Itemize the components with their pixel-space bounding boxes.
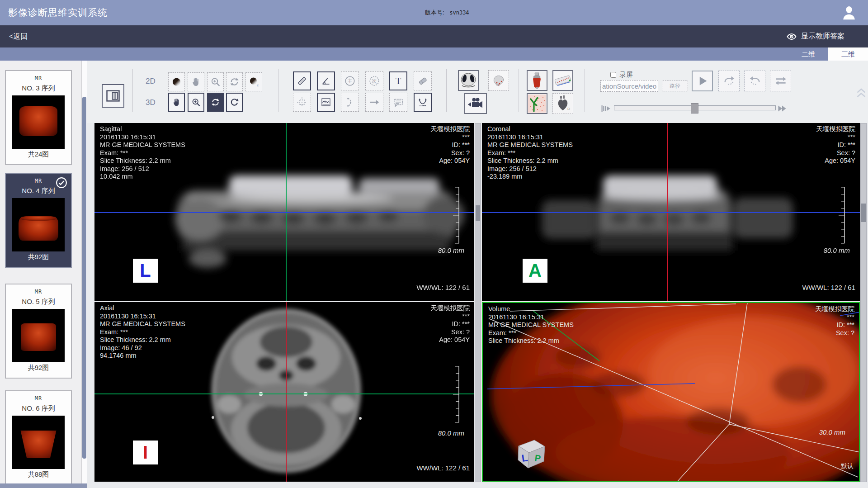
- orientation-cube[interactable]: L P: [511, 436, 548, 473]
- rotate-2d-button[interactable]: [226, 72, 243, 91]
- meta-line: MR GE MEDICAL SYSTEMS: [487, 141, 573, 149]
- axial-meta-left: Axial 20161130 16:15:31 MR GE MEDICAL SY…: [100, 304, 185, 360]
- loop-forward-button[interactable]: [718, 71, 740, 91]
- crosshair-horizontal-green[interactable]: [94, 393, 474, 394]
- secondary-mark-icon: 次: [368, 75, 380, 87]
- volume-viewport[interactable]: Volume 20161130 16:15:31 MR GE MEDICAL S…: [482, 302, 860, 482]
- histogram-button[interactable]: [317, 93, 335, 112]
- loop-backward-icon: [748, 74, 762, 88]
- lung-preset-button[interactable]: [458, 70, 479, 91]
- series-name: NO. 3 序列: [6, 84, 71, 93]
- ruler-button[interactable]: [293, 71, 311, 90]
- meta-line: 10.042 mm: [100, 173, 185, 181]
- wl-2d-button[interactable]: [168, 72, 185, 91]
- record-path-input[interactable]: [600, 80, 658, 92]
- heart-icon: D: [554, 95, 572, 113]
- angle-button[interactable]: [317, 71, 335, 90]
- slice-scrollbar-right[interactable]: [860, 123, 867, 482]
- coronal-meta-left: Coronal 20161130 16:15:31 MR GE MEDICAL …: [487, 125, 573, 181]
- tab-2d[interactable]: 二维: [788, 47, 828, 61]
- vessel-preset-button[interactable]: [552, 70, 573, 91]
- slice-scrollbar-middle[interactable]: [475, 123, 481, 482]
- coronal-viewport[interactable]: Coronal 20161130 16:15:31 MR GE MEDICAL …: [482, 123, 860, 301]
- swap-icon: [774, 74, 788, 88]
- crosshair-horizontal-blue[interactable]: [94, 212, 474, 213]
- sidebar-scrollbar-thumb[interactable]: [82, 97, 86, 459]
- swap-direction-button[interactable]: [770, 71, 791, 91]
- path-button[interactable]: 路径: [662, 81, 688, 91]
- play-button[interactable]: [692, 71, 713, 91]
- meta-line: Exam: ***: [488, 329, 574, 337]
- version-value: svn334: [449, 9, 469, 16]
- text-char: T: [396, 76, 401, 86]
- user-icon[interactable]: [841, 5, 857, 22]
- wl-reset-2d-button[interactable]: c: [245, 72, 262, 91]
- pan-2d-button[interactable]: [188, 72, 204, 91]
- secondary-mark-button[interactable]: 次: [365, 71, 383, 90]
- vessel-icon: [554, 71, 572, 90]
- loop-backward-button[interactable]: [744, 71, 765, 91]
- heart-preset-button[interactable]: D: [552, 93, 573, 114]
- meta-line: ***: [430, 133, 470, 142]
- rotate-reset-3d-button[interactable]: [226, 93, 243, 112]
- series-card-5[interactable]: MR NO. 5 序列 共92图: [5, 284, 72, 379]
- zoom-3d-button[interactable]: [188, 93, 204, 112]
- comment-button[interactable]: [389, 93, 407, 112]
- slider-end-icon[interactable]: [777, 103, 788, 114]
- coronal-meta-right: 天堰模拟医院 *** ID: *** Sex: ? Age: 054Y: [816, 125, 855, 165]
- svg-text:D: D: [567, 107, 570, 111]
- show-teacher-answer-button[interactable]: 显示教师答案: [786, 25, 844, 47]
- meta-line: -23.189 mm: [487, 173, 573, 181]
- layout-icon: [105, 88, 121, 104]
- meta-line: 天堰模拟医院: [816, 125, 855, 133]
- sidebar-horizontal-scrollbar[interactable]: [0, 483, 87, 488]
- meta-line: 94.1746 mm: [100, 352, 185, 360]
- curve-button[interactable]: [341, 93, 359, 112]
- skull-preset-button[interactable]: [488, 70, 509, 91]
- rotate-reset-icon: [230, 96, 239, 108]
- curve-ruler-button[interactable]: [414, 93, 432, 112]
- collapse-toolbar-icon[interactable]: [856, 86, 867, 99]
- app-header: 影像诊断思维实训系统 版本号: svn334: [0, 0, 868, 25]
- sagittal-meta-right: 天堰模拟医院 *** ID: *** Sex: ? Age: 054Y: [430, 125, 470, 165]
- meta-line: Sex: ?: [430, 149, 470, 157]
- series-card-4-selected[interactable]: MR NO. 4 序列 共92图: [5, 173, 72, 268]
- volume-default-label[interactable]: 默认: [841, 462, 854, 470]
- version-label: 版本号:: [425, 9, 444, 16]
- crosshair-horizontal-blue[interactable]: [482, 212, 860, 213]
- curve-icon: [344, 96, 356, 108]
- sagittal-viewport[interactable]: Sagittal 20161130 16:15:31 MR GE MEDICAL…: [94, 123, 474, 301]
- scale-ruler: [452, 186, 462, 245]
- camera-export-button[interactable]: [464, 93, 487, 114]
- back-button[interactable]: <返回: [9, 25, 28, 47]
- axial-viewport[interactable]: Axial 20161130 16:15:31 MR GE MEDICAL SY…: [94, 302, 474, 482]
- pan-3d-button[interactable]: [168, 93, 185, 112]
- series-card-6[interactable]: MR NO. 6 序列 共88图: [5, 390, 72, 485]
- slice-scrollbar-thumb[interactable]: [861, 204, 866, 222]
- frame-slider-handle[interactable]: [691, 103, 698, 114]
- meta-line: ID: ***: [430, 141, 470, 149]
- slice-scrollbar-thumb[interactable]: [476, 205, 480, 221]
- scale-label: 80.0 mm: [438, 246, 464, 254]
- meta-line: MR GE MEDICAL SYSTEMS: [488, 321, 574, 329]
- arrow-annotation-button[interactable]: [365, 93, 383, 112]
- series-card-3[interactable]: MR NO. 3 序列 共24图: [5, 70, 72, 165]
- crosshair-vertical-red[interactable]: [286, 302, 287, 482]
- roi-button[interactable]: [293, 93, 311, 112]
- meta-line: Slice Thickness: 2.2 mm: [100, 157, 185, 165]
- layout-grid-button[interactable]: [102, 84, 124, 108]
- knee-preset-button[interactable]: [527, 70, 547, 91]
- tab-3d[interactable]: 三维: [828, 47, 868, 61]
- primary-mark-button[interactable]: 主: [341, 71, 359, 90]
- segmentation-preset-button[interactable]: [527, 93, 547, 114]
- rotate-3d-button[interactable]: [207, 93, 224, 112]
- slider-start-icon[interactable]: [600, 103, 612, 114]
- record-checkbox[interactable]: [610, 72, 616, 78]
- text-annotation-button[interactable]: T: [389, 71, 407, 90]
- series-count: 共92图: [6, 253, 71, 261]
- axial-meta-right: 天堰模拟医院 *** ID: *** Sex: ? Age: 054Y: [430, 304, 470, 344]
- series-modality: MR: [6, 75, 71, 81]
- sidebar-scrollbar[interactable]: [81, 61, 87, 483]
- zoom-2d-button[interactable]: [207, 72, 224, 91]
- eraser-button[interactable]: [414, 71, 432, 90]
